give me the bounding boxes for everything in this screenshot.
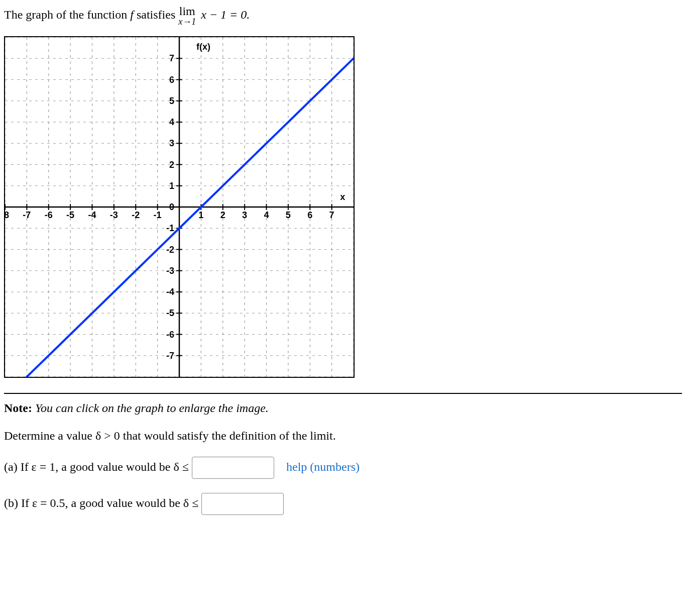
svg-text:-6: -6 — [166, 330, 174, 340]
stmt-prefix: The graph of the function — [4, 8, 130, 21]
note-row: Note: You can click on the graph to enla… — [4, 393, 682, 415]
problem-statement: The graph of the function f satisfies li… — [4, 5, 682, 26]
svg-text:-8: -8 — [5, 210, 9, 220]
svg-text:3: 3 — [169, 138, 174, 148]
svg-text:-4: -4 — [166, 287, 174, 297]
svg-text:6: 6 — [169, 75, 174, 85]
svg-text:-5: -5 — [166, 308, 174, 318]
svg-text:4: 4 — [264, 210, 269, 220]
svg-text:4: 4 — [169, 117, 174, 127]
svg-text:2: 2 — [169, 160, 174, 170]
graph-container[interactable]: -8-7-6-5-4-3-2-11234567-7-6-5-4-3-2-1012… — [4, 36, 355, 378]
svg-text:f(x): f(x) — [196, 42, 210, 52]
svg-text:-3: -3 — [166, 266, 174, 276]
help-numbers-link[interactable]: help (numbers) — [286, 460, 360, 473]
chart-plot: -8-7-6-5-4-3-2-11234567-7-6-5-4-3-2-1012… — [5, 37, 354, 377]
part-b-row: (b) If ε = 0.5, a good value would be δ … — [4, 493, 682, 515]
svg-text:-7: -7 — [166, 351, 174, 361]
lim-top: lim — [179, 5, 195, 18]
part-b-label: (b) If ε = 0.5, a good value would be δ … — [4, 496, 201, 509]
svg-text:1: 1 — [198, 210, 203, 220]
lim-sub: x→1 — [178, 17, 196, 26]
stmt-func: f — [130, 8, 134, 21]
svg-text:-1: -1 — [154, 210, 162, 220]
svg-text:2: 2 — [220, 210, 225, 220]
determine-text: Determine a value δ > 0 that would satis… — [4, 429, 682, 443]
delta-input-b[interactable] — [201, 493, 284, 515]
svg-text:-4: -4 — [88, 210, 96, 220]
svg-text:5: 5 — [286, 210, 291, 220]
svg-text:7: 7 — [329, 210, 334, 220]
svg-text:-6: -6 — [45, 210, 53, 220]
limit-expression: lim x→1 — [178, 5, 196, 26]
svg-text:-2: -2 — [166, 245, 174, 255]
svg-text:-3: -3 — [110, 210, 118, 220]
part-a-label: (a) If ε = 1, a good value would be δ ≤ — [4, 460, 192, 473]
svg-text:-7: -7 — [23, 210, 31, 220]
svg-text:-5: -5 — [66, 210, 74, 220]
svg-text:3: 3 — [242, 210, 247, 220]
stmt-expr: x − 1 = 0. — [201, 8, 250, 21]
svg-text:0: 0 — [169, 202, 174, 212]
svg-text:6: 6 — [307, 210, 312, 220]
svg-text:5: 5 — [169, 96, 174, 106]
part-a-row: (a) If ε = 1, a good value would be δ ≤ … — [4, 457, 682, 479]
svg-text:7: 7 — [169, 53, 174, 63]
svg-text:1: 1 — [169, 181, 174, 191]
note-label: Note: — [4, 401, 32, 415]
delta-input-a[interactable] — [192, 457, 274, 479]
svg-text:x: x — [340, 192, 345, 202]
svg-text:-1: -1 — [166, 223, 174, 233]
stmt-mid: satisfies — [137, 8, 178, 21]
note-text: You can click on the graph to enlarge th… — [35, 401, 269, 415]
svg-text:-2: -2 — [132, 210, 140, 220]
